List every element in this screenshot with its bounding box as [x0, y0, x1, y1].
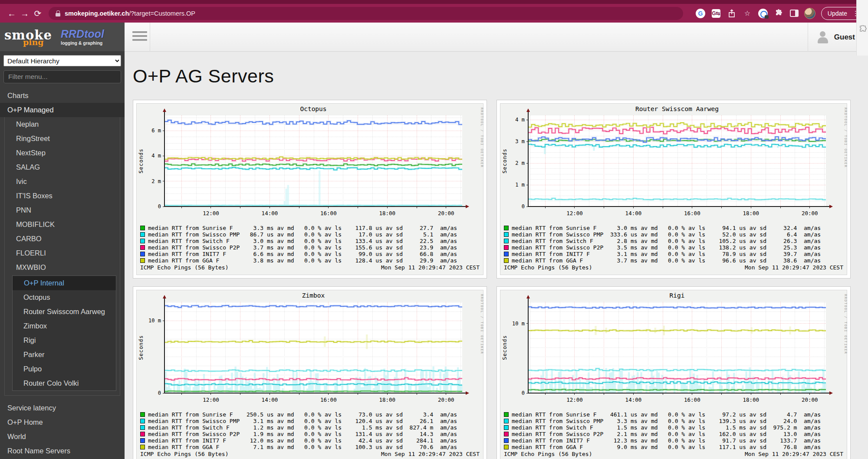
translate-icon[interactable]: G⇆ [710, 7, 722, 20]
sidebar-item-salag[interactable]: SALAG [5, 160, 120, 174]
svg-text:4 m: 4 m [515, 117, 525, 123]
svg-text:RRDTOOL / TOBI OETIKER: RRDTOOL / TOBI OETIKER [480, 108, 484, 168]
sidebar-item-octopus[interactable]: Octopus [13, 290, 116, 305]
legend-swatch [140, 432, 145, 436]
legend-row: median RTT from INIT7 F3.1 ms av md0.0 %… [504, 251, 844, 257]
legend-swatch [140, 438, 145, 443]
sidebar-item-rigi[interactable]: Rigi [13, 333, 116, 348]
share-icon[interactable] [726, 7, 738, 20]
sidebar-item-charts[interactable]: Charts [0, 89, 125, 103]
sidebar-item-service-latency[interactable]: Service latency [0, 401, 125, 415]
legend-row: median RTT from Swissco PMP3.3 ms av md0… [504, 418, 844, 424]
sidebar-item-ivic[interactable]: Ivic [5, 174, 120, 189]
desktop-edge-strip [856, 0, 868, 56]
page-title: O+P AG Servers [133, 66, 868, 87]
legend-row: median RTT from GGA F3.8 ms av md0.0 % a… [140, 257, 480, 264]
hierarchy-select[interactable]: Default Hierarchy [3, 55, 121, 66]
rrdtool-graph-octopus[interactable]: 02 m4 m6 m12:0014:0016:0018:0020:00Octop… [136, 103, 483, 275]
legend-swatch [504, 258, 509, 263]
sidebar-item-zimbox[interactable]: Zimbox [13, 319, 116, 333]
url-text[interactable]: smokeping.oetiker.ch/?target=Customers.O… [65, 10, 195, 17]
sidebar-item-floerli[interactable]: FLOERLI [5, 246, 120, 260]
legend-row: median RTT from Sunrise F461.1 us av md0… [504, 411, 844, 418]
sidebar-item-it-is-boxes[interactable]: IT'IS Boxes [5, 189, 120, 203]
svg-text:0: 0 [158, 203, 161, 210]
password-manager-icon[interactable] [757, 7, 769, 20]
svg-text:14:00: 14:00 [262, 397, 278, 403]
graph-timestamp: Mon Sep 11 20:29:47 2023 CEST [381, 451, 480, 457]
rrdtool-graph-router-swisscom-aarweg[interactable]: 01 m2 m3 m4 m12:0014:0016:0018:0020:00Ro… [500, 103, 847, 275]
graph-panel-rigi[interactable]: 010 m12:0014:0016:0018:0020:00RigiSecond… [496, 286, 851, 459]
forward-icon[interactable]: → [18, 7, 31, 20]
legend-row: median RTT from Swissco P2P1.9 ms av md0… [140, 431, 480, 437]
sidebar-item-mxwbio[interactable]: MXWBIO [5, 260, 120, 275]
probe-label: ICMP Echo Pings (56 Bytes) [504, 451, 592, 457]
probe-label: ICMP Echo Pings (56 Bytes) [504, 264, 592, 271]
google-icon[interactable]: G [694, 7, 707, 20]
sidebar-item-neplan[interactable]: Neplan [5, 117, 120, 131]
svg-text:2 m: 2 m [151, 178, 161, 184]
sidebar-item-root-name-servers[interactable]: Root Name Servers [0, 444, 125, 458]
reload-icon[interactable]: ⟳ [31, 7, 44, 20]
legend-footer: ICMP Echo Pings (56 Bytes)Mon Sep 11 20:… [504, 264, 844, 271]
sidebar-item-nextstep[interactable]: NextStep [5, 146, 120, 160]
legend-swatch [504, 239, 509, 243]
graph-timestamp: Mon Sep 11 20:29:47 2023 CEST [381, 264, 480, 271]
rrdtool-graph-zimbox[interactable]: 010 m12:0014:0016:0018:0020:00ZimboxSeco… [136, 290, 483, 459]
legend-swatch [504, 438, 509, 443]
page-header: Guest [125, 23, 868, 52]
legend-swatch [504, 432, 509, 436]
graph-panel-router-swisscom-aarweg[interactable]: 01 m2 m3 m4 m12:0014:0016:0018:0020:00Ro… [496, 100, 851, 279]
svg-text:20:00: 20:00 [802, 210, 818, 216]
back-icon[interactable]: ← [5, 7, 18, 20]
hamburger-menu-icon[interactable] [132, 31, 147, 43]
extensions-puzzle-icon[interactable] [773, 7, 785, 20]
sidebar-item-parker[interactable]: Parker [13, 348, 116, 362]
sidebar-item-o-p-managed[interactable]: O+P Managed [0, 103, 125, 117]
graph-panel-octopus[interactable]: 02 m4 m6 m12:0014:0016:0018:0020:00Octop… [133, 100, 487, 279]
sidebar-item-mobiflick[interactable]: MOBIFLICK [5, 217, 120, 232]
menu-filter-input[interactable] [3, 70, 121, 83]
sidebar-item-carbo[interactable]: CARBO [5, 232, 120, 246]
sidebar-item-pnn[interactable]: PNN [5, 203, 120, 217]
legend-swatch [504, 419, 509, 423]
legend-row: median RTT from Sunrise F3.0 ms av md0.0… [504, 225, 844, 231]
svg-text:18:00: 18:00 [379, 397, 395, 403]
svg-text:18:00: 18:00 [743, 210, 759, 216]
user-area[interactable]: Guest [816, 23, 855, 52]
address-bar[interactable]: smokeping.oetiker.ch/?target=Customers.O… [49, 7, 683, 20]
svg-text:Router Swisscom Aarweg: Router Swisscom Aarweg [635, 105, 719, 112]
graph-panel-zimbox[interactable]: 010 m12:0014:0016:0018:0020:00ZimboxSeco… [133, 286, 487, 459]
svg-text:3 m: 3 m [515, 138, 525, 144]
smokeping-logo[interactable]: smoke ping [4, 27, 56, 47]
svg-text:0: 0 [158, 390, 161, 396]
svg-text:2 m: 2 m [515, 160, 525, 166]
rrdtool-logo[interactable]: RRDtool logging & graphing [61, 29, 104, 46]
profile-avatar[interactable] [804, 7, 816, 20]
side-panel-icon[interactable] [788, 7, 800, 20]
sidebar-item-pulpo[interactable]: Pulpo [13, 362, 116, 376]
legend-swatch [504, 226, 509, 230]
edge-partial-icon [859, 25, 867, 34]
update-label: Update [828, 10, 847, 17]
legend-row: median RTT from Swissco P2P3.5 ms av md0… [504, 244, 844, 251]
sidebar-item-world[interactable]: World [0, 429, 125, 444]
graph-legend: median RTT from Sunrise F3.0 ms av md0.0… [500, 224, 847, 271]
sidebar-item-o-p-home[interactable]: O+P Home [0, 415, 125, 429]
legend-swatch [140, 252, 145, 256]
smokeping-logo-ping: ping [23, 37, 44, 47]
svg-text:20:00: 20:00 [438, 210, 454, 216]
sidebar-item-router-colo-volki[interactable]: Router Colo Volki [13, 376, 116, 390]
svg-text:18:00: 18:00 [379, 210, 395, 216]
rrdtool-graph-rigi[interactable]: 010 m12:0014:0016:0018:0020:00RigiSecond… [500, 290, 847, 459]
probe-label: ICMP Echo Pings (56 Bytes) [140, 264, 229, 271]
app-logo-band: smoke ping RRDtool logging & graphing [0, 23, 125, 51]
svg-text:Seconds: Seconds [502, 148, 508, 174]
sidebar-item-o-p-internal[interactable]: O+P Internal [13, 276, 116, 290]
bookmark-star-icon[interactable]: ☆ [741, 7, 753, 20]
legend-row: median RTT from Swissco PMP86.7 us av md… [140, 231, 480, 238]
legend-swatch [504, 245, 509, 250]
sidebar-item-ringstreet[interactable]: RingStreet [5, 131, 120, 146]
legend-row: median RTT from Swissco PMP3.1 ms av md0… [140, 418, 480, 424]
sidebar-item-router-swisscom-aarweg[interactable]: Router Swisscom Aarweg [13, 305, 116, 319]
